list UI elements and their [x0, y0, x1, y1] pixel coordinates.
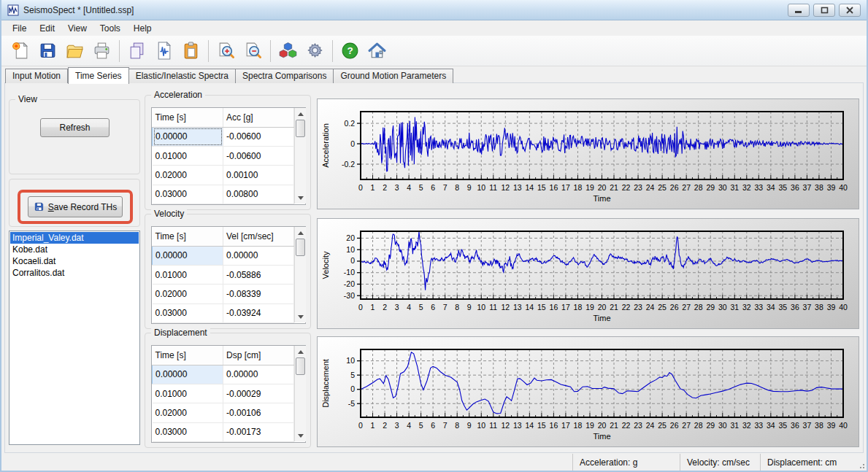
list-item-imperial-valey[interactable]: Imperial_Valey.dat: [10, 232, 139, 244]
svg-text:15: 15: [537, 303, 546, 312]
acceleration-chart: 0.20-0.201234567891011121314151617181920…: [317, 98, 859, 209]
grid-cell[interactable]: 0.01000: [153, 384, 223, 403]
grid-cell[interactable]: -0.00029: [223, 384, 294, 403]
grid-cell[interactable]: 0.00000: [223, 246, 294, 265]
resize-grip[interactable]: [855, 454, 867, 471]
displacement-group: Displacement Time [s]Dsp [cm] 0.000000.0…: [145, 333, 311, 448]
grid-cell[interactable]: -0.03924: [223, 303, 294, 322]
tab-spectra-comparisons[interactable]: Spectra Comparisons: [236, 69, 334, 83]
zoom-in-button[interactable]: [212, 37, 239, 64]
menu-edit[interactable]: Edit: [33, 22, 61, 35]
new-file-icon: [11, 41, 31, 61]
print-button[interactable]: [88, 37, 115, 64]
svg-text:2: 2: [383, 303, 387, 312]
svg-text:22: 22: [622, 183, 631, 192]
svg-text:38: 38: [815, 421, 823, 430]
displacement-table: Time [s]Dsp [cm] 0.000000.00000 0.01000-…: [152, 346, 294, 442]
vertical-scrollbar[interactable]: [294, 227, 306, 322]
menu-view[interactable]: View: [61, 22, 93, 35]
new-file-button[interactable]: [7, 37, 34, 64]
list-item-kobe[interactable]: Kobe.dat: [10, 244, 139, 255]
grid-cell[interactable]: 0.00000: [153, 246, 223, 265]
close-button[interactable]: [839, 4, 861, 17]
grid-cell[interactable]: -0.00600: [223, 127, 294, 146]
help-button[interactable]: ?: [337, 37, 364, 64]
tab-input-motion[interactable]: Input Motion: [5, 69, 68, 83]
menu-tools[interactable]: Tools: [93, 22, 127, 35]
grid-cell[interactable]: 0.01000: [153, 147, 223, 166]
open-folder-button[interactable]: [61, 37, 88, 64]
svg-text:0: 0: [350, 139, 355, 148]
grid-cell[interactable]: -0.05886: [223, 266, 294, 285]
scroll-down-button[interactable]: [295, 192, 306, 204]
svg-text:0.2: 0.2: [344, 119, 355, 128]
minimize-button[interactable]: [788, 4, 810, 17]
scroll-down-button[interactable]: [295, 311, 306, 322]
copy-button[interactable]: [123, 37, 150, 64]
list-item-kocaeli[interactable]: Kocaeli.dat: [10, 255, 139, 267]
scroll-up-button[interactable]: [295, 346, 306, 357]
grid-cell[interactable]: -0.00600: [223, 147, 294, 166]
svg-text:23: 23: [634, 303, 642, 312]
home-button[interactable]: [364, 37, 391, 64]
list-item-corralitos[interactable]: Corralitos.dat: [10, 267, 139, 279]
scroll-thumb[interactable]: [296, 120, 305, 137]
menu-file[interactable]: File: [6, 22, 33, 35]
waveform-document-button[interactable]: [150, 37, 177, 64]
grid-cell[interactable]: 0.02000: [153, 403, 223, 422]
svg-text:10: 10: [477, 421, 485, 430]
grid-cell[interactable]: 0.03000: [153, 185, 223, 204]
paste-button[interactable]: [177, 37, 204, 64]
grid-cell[interactable]: 0.02000: [153, 285, 223, 303]
svg-text:11: 11: [489, 183, 497, 192]
scroll-up-button[interactable]: [295, 227, 306, 239]
gear-icon: [305, 41, 325, 61]
svg-text:31: 31: [730, 421, 739, 430]
maximize-button[interactable]: [813, 4, 835, 17]
svg-text:23: 23: [634, 183, 642, 192]
vertical-scrollbar[interactable]: [294, 108, 306, 204]
svg-text:19: 19: [585, 303, 594, 312]
scroll-up-button[interactable]: [295, 108, 306, 120]
tab-ground-motion-parameters[interactable]: Ground Motion Parameters: [334, 69, 453, 83]
vertical-scrollbar[interactable]: [294, 346, 306, 441]
menu-help[interactable]: Help: [127, 22, 158, 35]
settings-button[interactable]: [302, 37, 329, 64]
svg-text:32: 32: [742, 421, 751, 430]
save-button[interactable]: [34, 37, 61, 64]
save-record-ths-button[interactable]: Save Record THs: [28, 196, 123, 217]
svg-text:39: 39: [827, 421, 836, 430]
title-bar[interactable]: SeismoSpect * [Untitled.ssp]: [1, 0, 867, 20]
components-button[interactable]: [274, 37, 302, 64]
svg-text:7: 7: [443, 421, 448, 430]
grid-cell[interactable]: 0.01000: [153, 266, 223, 285]
grid-cell[interactable]: -0.08339: [223, 285, 294, 303]
tab-time-series[interactable]: Time Series: [68, 67, 129, 84]
svg-text:33: 33: [754, 303, 763, 312]
grid-cell[interactable]: 0.03000: [153, 422, 223, 441]
svg-text:27: 27: [682, 421, 691, 430]
grid-cell[interactable]: 0.00000: [153, 127, 223, 146]
scroll-thumb[interactable]: [296, 357, 305, 375]
record-list[interactable]: Imperial_Valey.dat Kobe.dat Kocaeli.dat …: [9, 231, 140, 445]
grid-cell[interactable]: 0.03000: [153, 303, 223, 322]
grid-cell[interactable]: -0.00173: [223, 422, 294, 441]
svg-text:20: 20: [346, 233, 355, 242]
window-title: SeismoSpect * [Untitled.ssp]: [23, 5, 134, 15]
grid-cell[interactable]: 0.00000: [153, 365, 223, 384]
scroll-down-button[interactable]: [295, 430, 306, 441]
print-icon: [92, 41, 112, 61]
grid-cell[interactable]: 0.02000: [153, 166, 223, 185]
refresh-button[interactable]: Refresh: [40, 118, 110, 137]
scroll-thumb[interactable]: [296, 239, 305, 256]
components-icon: [278, 41, 298, 61]
grid-cell[interactable]: 0.00000: [223, 365, 294, 384]
grid-cell[interactable]: 0.00800: [223, 185, 294, 204]
zoom-out-button[interactable]: [239, 37, 266, 64]
status-velocity-units: Velocity: cm/sec: [680, 454, 760, 471]
open-folder-icon: [65, 41, 85, 61]
svg-text:6: 6: [431, 421, 435, 430]
tab-elastic-inelastic-spectra[interactable]: Elastic/Inelastic Spectra: [129, 69, 236, 83]
grid-cell[interactable]: -0.00106: [223, 403, 294, 422]
grid-cell[interactable]: 0.00100: [223, 166, 294, 185]
